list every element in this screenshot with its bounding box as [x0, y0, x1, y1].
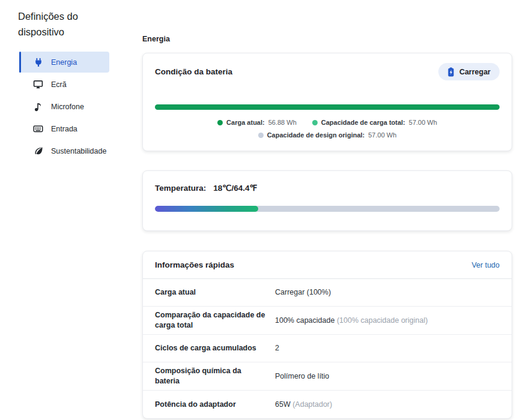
section-title: Energia — [142, 35, 512, 43]
row-label: Ciclos de carga acumulados — [155, 343, 275, 353]
table-row: Carga atual Carregar (100%) — [143, 279, 512, 307]
legend-item-current-charge: Carga atual: 56.88 Wh — [217, 118, 297, 127]
sidebar-item-entrada[interactable]: Entrada — [19, 118, 109, 139]
battery-level-bar — [155, 104, 500, 110]
legend-item-design-capacity: Capacidade de design original: 57.00 Wh — [258, 130, 397, 140]
legend-dot — [258, 133, 264, 138]
sidebar-item-sustentabilidade[interactable]: Sustentabilidade — [19, 140, 109, 161]
page-title: Definições do dispositivo — [18, 8, 108, 40]
row-value-muted: (Adaptador) — [292, 400, 332, 409]
temperature-card: Temperatura: 18℃/64.4℉ — [142, 170, 512, 231]
sidebar-item-label: Ecrã — [51, 80, 67, 89]
legend-item-full-capacity: Capacidade de carga total: 57.00 Wh — [312, 118, 437, 127]
row-value: Carregar (100%) — [275, 287, 331, 298]
legend-value: 57.00 Wh — [409, 118, 437, 127]
row-value: 65W (Adaptador) — [275, 400, 332, 410]
monitor-icon — [33, 79, 43, 89]
sidebar-item-energia[interactable]: Energia — [19, 52, 109, 73]
legend-label: Capacidade de design original: — [267, 130, 365, 140]
temperature-value: 18℃/64.4℉ — [213, 183, 257, 193]
charge-button[interactable]: Carregar — [438, 63, 500, 80]
settings-sidebar: Definições do dispositivo Energia Ecrã — [18, 8, 130, 163]
battery-bolt-icon — [447, 67, 455, 77]
sidebar-item-label: Microfone — [51, 103, 84, 111]
temperature-bar-track — [155, 206, 500, 212]
table-row: Comparação da capacidade de carga total … — [143, 307, 512, 335]
legend-label: Capacidade de carga total: — [321, 118, 405, 127]
row-value-muted: (100% capacidade original) — [337, 316, 428, 325]
row-label: Comparação da capacidade de carga total — [155, 310, 275, 331]
sidebar-item-label: Entrada — [51, 125, 77, 133]
sidebar-item-label: Sustentabilidade — [51, 147, 106, 155]
legend-value: 56.88 Wh — [268, 118, 297, 127]
legend-dot — [312, 120, 318, 125]
leaf-icon — [33, 146, 43, 156]
legend-value: 57.00 Wh — [368, 130, 396, 140]
main-content: Energia Condição da bateria Carregar Car — [142, 35, 512, 419]
charge-button-label: Carregar — [459, 68, 491, 76]
sidebar-item-microfone[interactable]: Microfone — [19, 96, 109, 117]
row-value: Polímero de lítio — [275, 371, 329, 382]
table-row: Ciclos de carga acumulados 2 — [143, 335, 512, 362]
table-row: Composição química da bateria Polímero d… — [143, 362, 512, 391]
legend-dot — [217, 120, 223, 125]
row-value: 2 — [275, 343, 279, 353]
battery-legend: Carga atual: 56.88 Wh Capacidade de carg… — [155, 118, 500, 140]
sidebar-item-ecra[interactable]: Ecrã — [19, 74, 109, 95]
row-value: 100% capacidade (100% capacidade origina… — [275, 316, 428, 326]
row-label: Composição química da bateria — [155, 366, 275, 386]
temperature-bar-fill — [155, 206, 258, 212]
quick-info-title: Informações rápidas — [155, 260, 234, 269]
keyboard-icon — [33, 124, 43, 134]
battery-card-title: Condição da bateria — [155, 67, 232, 76]
sidebar-nav: Energia Ecrã Microfone — [19, 52, 130, 161]
legend-label: Carga atual: — [226, 118, 265, 127]
power-plug-icon — [33, 57, 43, 67]
view-all-link[interactable]: Ver tudo — [471, 261, 500, 269]
table-row: Potência do adaptador 65W (Adaptador) — [143, 391, 512, 418]
row-label: Potência do adaptador — [155, 400, 275, 410]
music-note-icon — [33, 101, 43, 112]
temperature-label: Temperatura: — [155, 184, 206, 193]
battery-condition-card: Condição da bateria Carregar Carga atual… — [142, 53, 512, 151]
row-label: Carga atual — [155, 287, 275, 298]
quick-info-card: Informações rápidas Ver tudo Carga atual… — [142, 251, 512, 419]
sidebar-item-label: Energia — [51, 58, 77, 67]
